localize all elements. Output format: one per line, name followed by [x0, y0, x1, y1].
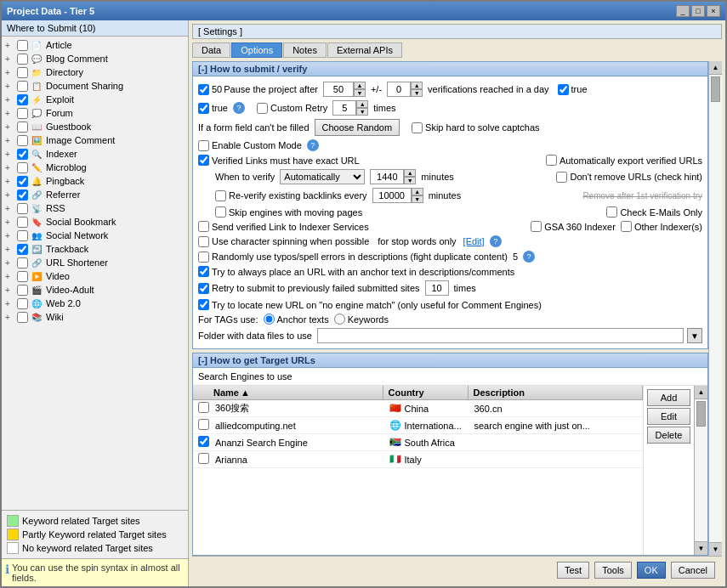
verify-minutes-spin[interactable]: ▲▼ — [370, 169, 416, 184]
test-button[interactable]: Test — [557, 562, 589, 579]
sidebar-item-article[interactable]: +📄Article — [3, 38, 186, 52]
tab-external-apis[interactable]: External APIs — [327, 42, 402, 58]
gsa360-checkbox[interactable]: GSA 360 Indexer — [531, 221, 616, 232]
sidebar-item-pingback[interactable]: +🔔Pingback — [3, 174, 186, 188]
ask-services-checkbox[interactable]: true — [198, 103, 228, 114]
sidebar-item-rss[interactable]: +📡RSS — [3, 201, 186, 215]
ask-services-help[interactable]: ? — [233, 102, 245, 114]
sidebar-item-web20[interactable]: +🌐Web 2.0 — [3, 297, 186, 310]
scroll-thumb[interactable] — [696, 401, 706, 427]
retry-failed-checkbox[interactable]: Retry to submit to previously failed sub… — [198, 283, 420, 294]
flag-icon: 🌐 — [389, 420, 401, 431]
table-row[interactable]: Arianna🇮🇹Italy — [193, 451, 643, 468]
table-row[interactable]: Ananzi Search Engine🇿🇦South Africa — [193, 434, 643, 451]
tab-bar[interactable]: DataOptionsNotesExternal APIs — [192, 42, 722, 58]
verified-links-checkbox[interactable]: Verified Links must have exact URL — [198, 155, 360, 166]
other-indexers-checkbox[interactable]: Other Indexer(s) — [621, 221, 702, 232]
tree-list[interactable]: +📄Article+💬Blog Comment+📁Directory+📋Docu… — [2, 37, 188, 510]
try-locate-checkbox[interactable]: Try to locate new URL on "no engine matc… — [198, 299, 542, 310]
sidebar-item-forum[interactable]: +💭Forum — [3, 106, 186, 120]
table-body[interactable]: 360搜索🇨🇳China360.cnalliedcomputing.net🌐In… — [193, 400, 643, 555]
sidebar-item-exploit[interactable]: +⚡Exploit — [3, 93, 186, 106]
tab-notes[interactable]: Notes — [283, 42, 327, 58]
custom-retry-spin[interactable]: ▲▼ — [332, 100, 368, 116]
scroll-up-button[interactable]: ▲ — [695, 386, 707, 399]
legend-item: Keyword related Target sites — [5, 514, 185, 528]
sidebar-item-wiki[interactable]: +📚Wiki — [3, 310, 186, 324]
skip-hard-checkbox[interactable]: Skip hard to solve captchas — [412, 122, 540, 133]
delete-engine-button[interactable]: Delete — [647, 427, 690, 444]
settings-header: [ Settings ] — [192, 24, 722, 39]
folder-browse-button[interactable]: ▼ — [687, 328, 702, 343]
sidebar-item-directory[interactable]: +📁Directory — [3, 65, 186, 79]
check-emails-checkbox[interactable]: Check E-Mails Only — [606, 206, 702, 218]
main-scroll-down[interactable]: ▼ — [709, 542, 722, 556]
table-scrollbar[interactable]: ▲ ▼ — [694, 386, 707, 555]
sidebar-item-guestbook[interactable]: +📖Guestbook — [3, 120, 186, 133]
sidebar-item-microblog[interactable]: +✏️Microblog — [3, 161, 186, 174]
retry-value-input[interactable] — [425, 280, 449, 296]
sidebar-item-document-sharing[interactable]: +📋Document Sharing — [3, 79, 186, 93]
tab-data[interactable]: Data — [192, 42, 230, 58]
col-country[interactable]: Country — [383, 386, 469, 399]
main-scroll-thumb[interactable] — [711, 76, 720, 102]
title-bar: Project Data - Tier 5 _ □ × — [2, 2, 725, 20]
always-anchor-checkbox[interactable]: Try to always place an URL with an ancho… — [198, 266, 514, 277]
sidebar-item-indexer[interactable]: +🔍Indexer — [3, 147, 186, 161]
cancel-button[interactable]: Cancel — [671, 562, 715, 579]
left-panel: Where to Submit (10) +📄Article+💬Blog Com… — [2, 20, 189, 586]
re-verify-spin[interactable]: ▲▼ — [372, 188, 423, 203]
tools-button[interactable]: Tools — [594, 562, 632, 579]
add-engine-button[interactable]: Add — [647, 389, 690, 406]
choose-random-button[interactable]: Choose Random — [315, 119, 400, 136]
ok-button[interactable]: OK — [637, 562, 666, 579]
random-typos-checkbox[interactable]: Randomly use typos/spell errors in descr… — [198, 252, 508, 263]
sidebar-item-video-adult[interactable]: +🎬Video-Adult — [3, 283, 186, 297]
sidebar-item-trackback[interactable]: +↩️Trackback — [3, 242, 186, 256]
scroll-down-button[interactable]: ▼ — [695, 541, 707, 555]
col-description[interactable]: Description — [469, 386, 644, 399]
edit-link[interactable]: [Edit] — [463, 236, 485, 246]
minimize-button[interactable]: _ — [676, 5, 690, 17]
sidebar-item-social-network[interactable]: +👥Social Network — [3, 229, 186, 242]
table-action-buttons: Add Edit Delete — [643, 386, 694, 555]
sidebar-item-blog-comment[interactable]: +💬Blog Comment — [3, 52, 186, 65]
sidebar-item-video[interactable]: +▶️Video — [3, 269, 186, 283]
pause-spin[interactable]: ▲▼ — [323, 82, 366, 97]
edit-engine-button[interactable]: Edit — [647, 408, 690, 425]
flag-icon: 🇨🇳 — [389, 403, 401, 414]
spinning-help[interactable]: ? — [490, 235, 502, 247]
custom-mode-help[interactable]: ? — [307, 139, 319, 151]
keywords-radio[interactable]: Keywords — [334, 314, 389, 325]
char-spinning-checkbox[interactable]: Use character spinning when possible — [198, 236, 369, 247]
main-scrollbar[interactable]: ▲ ▼ — [708, 61, 722, 556]
folder-input[interactable] — [317, 328, 684, 343]
sidebar-item-referrer[interactable]: +🔗Referrer — [3, 188, 186, 201]
maximize-button[interactable]: □ — [691, 5, 705, 17]
col-name[interactable]: Name ▲ — [208, 386, 383, 399]
re-verify-checkbox[interactable]: Re-verify existing backlinks every — [215, 190, 367, 201]
dont-remove-checkbox[interactable]: Don't remove URLs (check hint) — [556, 172, 702, 183]
sidebar-item-social-bookmark[interactable]: +🔖Social Bookmark — [3, 215, 186, 229]
table-row[interactable]: alliedcomputing.net🌐Internationa...searc… — [193, 417, 643, 434]
main-scroll-up[interactable]: ▲ — [709, 61, 722, 75]
when-to-verify-select[interactable]: Automatically — [280, 169, 365, 184]
typos-help[interactable]: ? — [523, 251, 535, 263]
sidebar-item-url-shortener[interactable]: +🔗URL Shortener — [3, 256, 186, 269]
table-row[interactable]: 360搜索🇨🇳China360.cn — [193, 400, 643, 417]
sidebar-item-image-comment[interactable]: +🖼️Image Comment — [3, 133, 186, 147]
custom-retry-checkbox[interactable]: Custom Retry — [257, 103, 327, 114]
enable-custom-mode-checkbox[interactable]: Enable Custom Mode — [198, 140, 302, 151]
plusminus-spin[interactable]: ▲▼ — [387, 82, 423, 97]
tab-options[interactable]: Options — [231, 42, 282, 58]
window-controls[interactable]: _ □ × — [676, 5, 720, 17]
skip-engines-checkbox[interactable]: Skip engines with moving pages — [215, 206, 362, 218]
auto-export-checkbox[interactable]: Automatically export verified URLs — [546, 155, 702, 166]
per-url-checkbox[interactable]: true — [558, 84, 588, 95]
pause-project-checkbox[interactable]: 50 — [198, 84, 222, 95]
close-button[interactable]: × — [707, 5, 720, 17]
anchor-texts-radio[interactable]: Anchor texts — [264, 314, 329, 325]
submit-verify-header: [-] How to submit / verify — [193, 62, 707, 76]
send-link-checkbox[interactable]: Send verified Link to Indexer Services — [198, 221, 369, 232]
flag-icon: 🇿🇦 — [389, 437, 401, 448]
